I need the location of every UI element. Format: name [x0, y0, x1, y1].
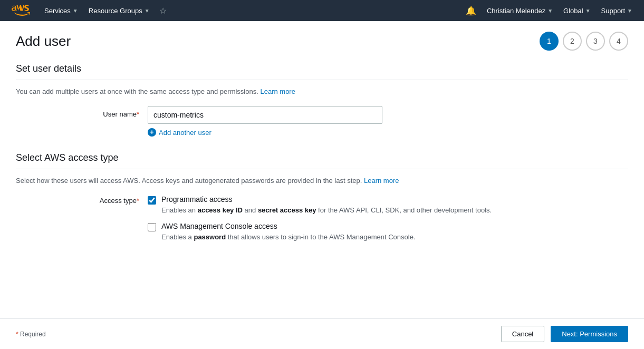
footer-required: * Required: [16, 331, 46, 338]
services-chevron: ▼: [73, 8, 78, 14]
add-another-user-label: Add another user: [159, 129, 212, 137]
services-label: Services: [44, 7, 71, 15]
support-chevron: ▼: [627, 8, 632, 14]
support-menu[interactable]: Support ▼: [596, 0, 638, 21]
resource-groups-chevron: ▼: [145, 8, 150, 14]
set-user-details-title: Set user details: [16, 63, 628, 80]
set-user-details-section: Set user details You can add multiple us…: [16, 63, 628, 137]
user-menu[interactable]: Christian Melendez ▼: [482, 0, 558, 21]
main-content: Add user 1 2 3 4 Set user details You ca…: [0, 21, 644, 349]
access-type-section: Select AWS access type Select how these …: [16, 152, 628, 242]
bookmarks-icon[interactable]: ☆: [155, 6, 171, 16]
step-3: 3: [586, 32, 605, 51]
username-label: User name*: [69, 106, 148, 118]
programmatic-access-desc: Enables an access key ID and secret acce…: [161, 205, 492, 216]
programmatic-access-checkbox[interactable]: [148, 196, 156, 205]
console-access-text: AWS Management Console access Enables a …: [161, 222, 416, 243]
services-menu[interactable]: Services ▼: [39, 0, 83, 21]
access-options: Programmatic access Enables an access ke…: [148, 195, 492, 242]
programmatic-access-text: Programmatic access Enables an access ke…: [161, 195, 492, 216]
notifications-icon[interactable]: 🔔: [460, 6, 482, 16]
footer-bar: * Required Cancel Next: Permissions: [0, 318, 644, 349]
access-type-title: Select AWS access type: [16, 152, 628, 169]
access-type-row: Access type* Programmatic access Enables…: [16, 195, 628, 242]
region-menu[interactable]: Global ▼: [558, 0, 595, 21]
username-row: User name*: [16, 106, 628, 124]
step-indicators: 1 2 3 4: [540, 32, 628, 51]
username-required-star: *: [137, 110, 139, 118]
programmatic-access-option: Programmatic access Enables an access ke…: [148, 195, 492, 216]
page-title: Add user: [16, 33, 71, 50]
footer-actions: Cancel Next: Permissions: [501, 326, 628, 342]
step-1: 1: [540, 32, 559, 51]
set-user-details-desc: You can add multiple users at once with …: [16, 88, 628, 95]
step-4: 4: [609, 32, 628, 51]
user-chevron: ▼: [547, 8, 553, 14]
console-access-option: AWS Management Console access Enables a …: [148, 222, 492, 243]
region-chevron: ▼: [585, 8, 591, 14]
access-type-label: Access type*: [69, 195, 148, 205]
resource-groups-menu[interactable]: Resource Groups ▼: [83, 0, 155, 21]
user-name: Christian Melendez: [487, 7, 545, 15]
console-access-desc: Enables a password that allows users to …: [161, 232, 416, 243]
access-type-learn-more[interactable]: Learn more: [364, 177, 399, 185]
access-type-required-star: *: [137, 197, 139, 205]
navbar: Services ▼ Resource Groups ▼ ☆ 🔔 Christi…: [0, 0, 644, 21]
username-input[interactable]: [148, 106, 382, 124]
console-access-title: AWS Management Console access: [161, 222, 416, 230]
page-header: Add user 1 2 3 4: [16, 32, 628, 51]
access-type-desc: Select how these users will access AWS. …: [16, 177, 628, 185]
console-access-checkbox[interactable]: [148, 223, 156, 231]
step-2: 2: [563, 32, 582, 51]
aws-logo[interactable]: [6, 1, 35, 20]
resource-groups-label: Resource Groups: [89, 7, 142, 15]
plus-icon: +: [148, 128, 156, 137]
add-another-user-button[interactable]: + Add another user: [148, 128, 212, 137]
set-user-details-learn-more[interactable]: Learn more: [260, 88, 295, 95]
cancel-button[interactable]: Cancel: [501, 326, 544, 342]
add-user-row: + Add another user: [16, 128, 628, 137]
next-button[interactable]: Next: Permissions: [551, 326, 628, 342]
region-label: Global: [563, 7, 583, 15]
support-label: Support: [601, 7, 626, 15]
programmatic-access-title: Programmatic access: [161, 195, 492, 203]
